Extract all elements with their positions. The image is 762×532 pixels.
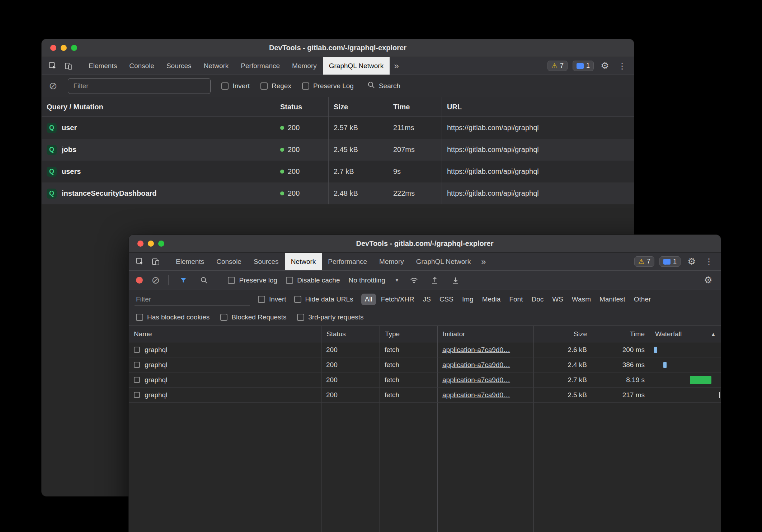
minimize-button[interactable] — [61, 45, 67, 51]
filter-pill-wasm[interactable]: Wasm — [568, 294, 594, 305]
tab-network[interactable]: Network — [198, 57, 235, 75]
column-header-status[interactable]: Status — [321, 326, 380, 342]
row-checkbox[interactable] — [134, 377, 140, 383]
column-header-query-mutation[interactable]: Query / Mutation — [42, 97, 275, 117]
inspect-icon[interactable] — [47, 60, 59, 72]
titlebar[interactable]: DevTools - gitlab.com/-/graphql-explorer — [129, 235, 721, 253]
device-toolbar-icon[interactable] — [62, 60, 75, 72]
tab-sources[interactable]: Sources — [160, 57, 198, 75]
request-row[interactable]: graphql 200 fetch application-a7ca9d0… 2… — [129, 372, 721, 388]
row-checkbox[interactable] — [134, 362, 140, 368]
tab-performance[interactable]: Performance — [322, 253, 373, 270]
request-row[interactable]: graphql 200 fetch application-a7ca9d0… 2… — [129, 388, 721, 403]
filter-pill-img[interactable]: Img — [458, 294, 477, 305]
close-button[interactable] — [137, 241, 144, 247]
tab-elements[interactable]: Elements — [83, 57, 123, 75]
filter-input[interactable] — [135, 293, 250, 306]
filter-pill-other[interactable]: Other — [630, 294, 655, 305]
request-row[interactable]: graphql 200 fetch application-a7ca9d0… 2… — [129, 342, 721, 357]
tab-graphql-network[interactable]: GraphQL Network — [410, 253, 477, 270]
column-header-type[interactable]: Type — [380, 326, 437, 342]
filter-input[interactable] — [68, 78, 211, 94]
invert-checkbox[interactable]: Invert — [221, 82, 250, 90]
tab-memory[interactable]: Memory — [286, 57, 323, 75]
tab-sources[interactable]: Sources — [248, 253, 285, 270]
settings-gear-icon[interactable]: ⚙ — [686, 256, 698, 268]
checkbox-box — [221, 82, 229, 90]
has-blocked-cookies-checkbox[interactable]: Has blocked cookies — [136, 313, 210, 321]
column-header-time[interactable]: Time — [592, 326, 650, 342]
kebab-menu-icon[interactable]: ⋮ — [703, 256, 715, 268]
settings-gear-icon[interactable]: ⚙ — [599, 60, 611, 72]
third-party-requests-checkbox[interactable]: 3rd-party requests — [297, 313, 363, 321]
minimize-button[interactable] — [148, 241, 154, 247]
device-toolbar-icon[interactable] — [150, 256, 162, 268]
filter-pill-all[interactable]: All — [361, 294, 376, 305]
tab-graphql-network[interactable]: GraphQL Network — [323, 57, 390, 75]
query-row[interactable]: Q jobs 200 2.45 kB 207ms https://gitlab.… — [42, 139, 634, 161]
more-tabs-icon[interactable]: » — [477, 253, 490, 270]
column-header-time[interactable]: Time — [388, 97, 442, 117]
warnings-badge[interactable]: ⚠ 7 — [634, 256, 654, 267]
row-checkbox[interactable] — [134, 347, 140, 353]
column-header-size[interactable]: Size — [533, 326, 592, 342]
network-conditions-icon[interactable] — [408, 274, 420, 286]
more-tabs-icon[interactable]: » — [390, 57, 403, 75]
request-row[interactable]: graphql 200 fetch application-a7ca9d0… 2… — [129, 357, 721, 372]
preserve-log-checkbox[interactable]: Preserve log — [228, 276, 277, 284]
tab-network[interactable]: Network — [285, 253, 322, 270]
filter-pill-js[interactable]: JS — [419, 294, 434, 305]
filter-pill-fetch-xhr[interactable]: Fetch/XHR — [377, 294, 418, 305]
column-header-status[interactable]: Status — [275, 97, 328, 117]
disable-cache-checkbox[interactable]: Disable cache — [286, 276, 340, 284]
zoom-button[interactable] — [71, 45, 77, 51]
tab-elements[interactable]: Elements — [170, 253, 210, 270]
zoom-button[interactable] — [158, 241, 164, 247]
tab-console[interactable]: Console — [123, 57, 160, 75]
warnings-badge[interactable]: ⚠ 7 — [547, 61, 568, 71]
blocked-requests-checkbox[interactable]: Blocked Requests — [220, 313, 286, 321]
column-header-size[interactable]: Size — [328, 97, 388, 117]
regex-checkbox[interactable]: Regex — [260, 82, 291, 90]
filter-pill-media[interactable]: Media — [479, 294, 504, 305]
query-row[interactable]: Q instanceSecurityDashboard 200 2.48 kB … — [42, 182, 634, 204]
kebab-menu-icon[interactable]: ⋮ — [616, 60, 628, 72]
import-har-icon[interactable] — [429, 274, 441, 286]
close-button[interactable] — [50, 45, 56, 51]
preserve-log-checkbox[interactable]: Preserve Log — [302, 82, 354, 90]
throttling-select[interactable]: No throttling ▼ — [348, 276, 399, 284]
filter-pill-font[interactable]: Font — [505, 294, 526, 305]
clear-icon[interactable]: ⊘ — [49, 81, 57, 91]
export-har-icon[interactable] — [450, 274, 462, 286]
row-checkbox[interactable] — [134, 392, 140, 398]
column-header-initiator[interactable]: Initiator — [437, 326, 533, 342]
initiator-link[interactable]: application-a7ca9d0… — [442, 346, 510, 354]
inspect-icon[interactable] — [134, 256, 146, 268]
search-toggle[interactable]: Search — [367, 81, 400, 91]
query-row[interactable]: Q user 200 2.57 kB 211ms https://gitlab.… — [42, 117, 634, 139]
filter-pill-doc[interactable]: Doc — [528, 294, 547, 305]
titlebar[interactable]: DevTools - gitlab.com/-/graphql-explorer — [42, 39, 634, 57]
tab-console[interactable]: Console — [210, 253, 248, 270]
initiator-link[interactable]: application-a7ca9d0… — [442, 361, 510, 369]
search-icon[interactable] — [198, 274, 210, 286]
network-settings-gear-icon[interactable]: ⚙ — [702, 274, 714, 286]
hide-data-urls-checkbox[interactable]: Hide data URLs — [294, 295, 353, 303]
initiator-link[interactable]: application-a7ca9d0… — [442, 391, 510, 399]
filter-funnel-icon[interactable] — [177, 274, 189, 286]
tab-memory[interactable]: Memory — [373, 253, 410, 270]
messages-badge[interactable]: 1 — [659, 256, 681, 267]
record-button[interactable] — [136, 277, 143, 284]
tab-performance[interactable]: Performance — [235, 57, 286, 75]
column-header-url[interactable]: URL — [442, 97, 634, 117]
messages-badge[interactable]: 1 — [573, 61, 594, 71]
clear-icon[interactable]: ⊘ — [151, 275, 160, 285]
initiator-link[interactable]: application-a7ca9d0… — [442, 376, 510, 384]
column-header-waterfall[interactable]: Waterfall ▲ — [650, 326, 721, 342]
filter-pill-css[interactable]: CSS — [436, 294, 457, 305]
column-header-name[interactable]: Name — [129, 326, 321, 342]
filter-pill-manifest[interactable]: Manifest — [596, 294, 629, 305]
invert-checkbox[interactable]: Invert — [258, 295, 286, 303]
filter-pill-ws[interactable]: WS — [549, 294, 567, 305]
query-row[interactable]: Q users 200 2.7 kB 9s https://gitlab.com… — [42, 161, 634, 182]
